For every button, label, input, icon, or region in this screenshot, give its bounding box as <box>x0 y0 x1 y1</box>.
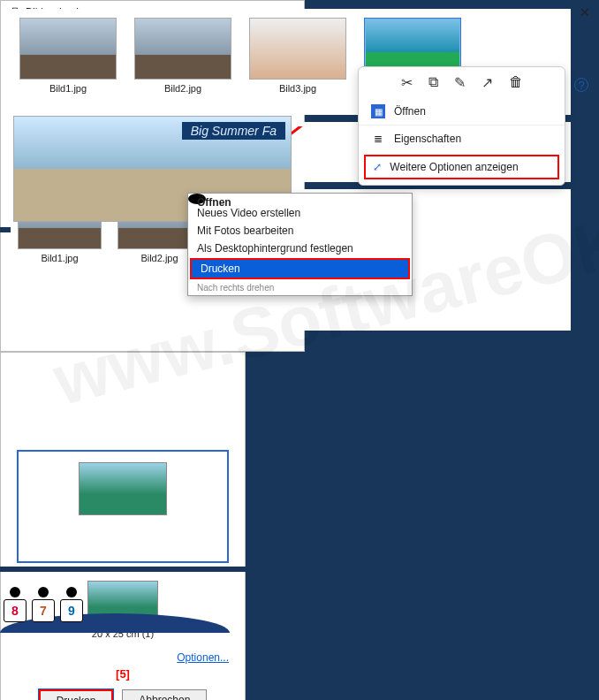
share-icon[interactable]: ↗ <box>481 74 493 91</box>
print-button[interactable]: Drucken <box>39 689 114 700</box>
close-icon[interactable]: ✕ <box>580 5 590 19</box>
menu-print[interactable]: Drucken <box>192 260 408 278</box>
preview-title: Big Summer Fa <box>182 122 285 140</box>
thumbnail-label: Bild1.jpg <box>19 83 117 94</box>
thumbnail-image <box>249 18 346 80</box>
copy-icon[interactable]: ⧉ <box>428 74 438 91</box>
expand-icon: ⤢ <box>373 161 382 173</box>
props-icon: ≣ <box>371 132 385 146</box>
print-wizard-right: ✕ ? 20 x 25 cm (1) Optionen... [5] Druck… <box>0 352 246 700</box>
delete-icon[interactable]: 🗑 <box>509 74 523 91</box>
menu-label: Weitere Optionen anzeigen <box>390 161 518 173</box>
rename-icon[interactable]: ✎ <box>454 74 466 91</box>
thumbnail[interactable]: Bild1.jpg <box>19 18 117 94</box>
options-link[interactable]: Optionen... <box>177 651 229 664</box>
decorative-people: 8 7 9 <box>4 587 83 622</box>
menu-new-video[interactable]: Neues Video erstellen <box>188 204 412 222</box>
context-menu-win11: ✂ ⧉ ✎ ↗ 🗑 ▦ Öffnen ≣ Eigenschaften ⤢ Wei… <box>358 66 565 186</box>
context-menu-classic: Öffnen Neues Video erstellen Mit Fotos b… <box>187 193 413 296</box>
menu-label: Öffnen <box>394 105 426 118</box>
menu-open[interactable]: Öffnen <box>188 194 206 204</box>
thumbnail-label: Bild1.jpg <box>18 253 102 263</box>
help-icon[interactable]: ? <box>574 78 588 92</box>
thumbnail-image <box>19 18 117 80</box>
menu-set-desktop[interactable]: Als Desktophintergrund festlegen <box>188 240 412 257</box>
menu-more-options[interactable]: ⤢ Weitere Optionen anzeigen <box>364 155 559 179</box>
thumbnail[interactable]: Bild2.jpg <box>134 18 231 94</box>
thumbnail-label: Bild3.jpg <box>249 83 346 94</box>
cancel-button[interactable]: Abbrechen <box>122 689 207 700</box>
annotation-5: [5] <box>116 667 130 681</box>
menu-print-highlight: Drucken <box>190 258 410 279</box>
cut-icon[interactable]: ✂ <box>401 74 413 91</box>
menu-properties[interactable]: ≣ Eigenschaften <box>359 125 565 152</box>
menu-edit-photos[interactable]: Mit Fotos bearbeiten <box>188 222 412 240</box>
menu-open[interactable]: ▦ Öffnen <box>359 98 565 125</box>
photo-icon: ▦ <box>371 104 385 118</box>
score-card: 8 <box>4 599 27 622</box>
thumbnail-image <box>134 18 231 80</box>
menu-rotate[interactable]: Nach rechts drehen <box>188 280 412 295</box>
layout-preview <box>79 462 167 515</box>
score-card: 9 <box>60 599 83 622</box>
layout-thumbnail-selected[interactable] <box>17 450 229 563</box>
thumbnail[interactable]: Bild3.jpg <box>249 18 346 94</box>
thumbnail-label: Bild2.jpg <box>134 83 231 94</box>
score-card: 7 <box>32 599 55 622</box>
menu-label: Eigenschaften <box>394 133 461 145</box>
